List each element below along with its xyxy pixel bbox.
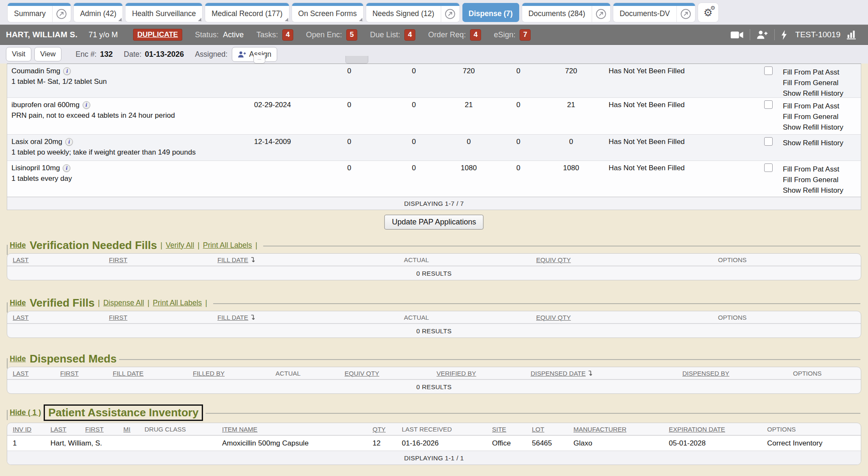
tab-admin[interactable]: Admin (42) (74, 3, 123, 22)
col-equiv-qty[interactable]: EQUIV QTY (531, 314, 712, 321)
row-checkbox[interactable] (764, 163, 773, 172)
view-button[interactable]: View (34, 47, 62, 61)
fill-from-general-link[interactable]: Fill From General (783, 111, 861, 122)
open-new-window-icon[interactable] (676, 3, 695, 22)
qty-col-1: 0 (313, 161, 385, 196)
tab-dispense-label: Dispense (7) (462, 3, 519, 22)
show-refill-history-link[interactable]: Show Refill History (783, 88, 861, 99)
tab-documents-dv[interactable]: Documents-DV (613, 3, 695, 22)
patient-assistance-inventory-section: Hide ( 1 ) Patient Assistance Inventory … (7, 403, 861, 465)
tab-medical-record[interactable]: Medical Record (177) (205, 3, 289, 22)
due-list-count-badge[interactable]: 4 (404, 29, 415, 41)
col-mi[interactable]: MI (118, 426, 139, 433)
open-new-window-icon[interactable] (52, 3, 71, 22)
drug-info-icon[interactable]: i (63, 164, 70, 172)
col-first[interactable]: FIRST (55, 370, 107, 377)
tab-needs-signed[interactable]: Needs Signed (12) (366, 3, 459, 22)
hide-verified-fills-link[interactable]: Hide (10, 299, 26, 307)
tab-on-screen-forms[interactable]: On Screen Forms (292, 3, 363, 22)
duplicate-badge[interactable]: DUPLICATE (133, 29, 182, 41)
open-new-window-icon[interactable] (592, 3, 610, 22)
verified-fills-table: LAST FIRST FILL DATE ACTUAL EQUIV QTY OP… (7, 311, 861, 338)
tab-documents[interactable]: Documents (284) (522, 3, 610, 22)
fill-from-pat-asst-link[interactable]: Fill From Pat Asst (783, 101, 861, 111)
fill-from-general-link[interactable]: Fill From General (783, 174, 861, 185)
chart-stats-icon[interactable] (847, 30, 857, 39)
verification-fills-title: Verification Needed Fills (30, 239, 157, 252)
col-qty[interactable]: QTY (367, 426, 396, 433)
col-item-name[interactable]: ITEM NAME (217, 426, 367, 433)
qty-col-2: 0 (385, 64, 442, 99)
col-lot[interactable]: LOT (526, 426, 568, 433)
verify-all-link[interactable]: Verify All (166, 241, 194, 250)
col-fill-date[interactable]: FILL DATE (212, 314, 398, 321)
assign-person-plus-icon (238, 51, 246, 58)
col-last[interactable]: LAST (45, 426, 80, 433)
verification-fills-results: 0 RESULTS (7, 266, 861, 280)
qty-col-1: 0 (313, 98, 385, 134)
row-checkbox[interactable] (764, 137, 773, 146)
fill-from-pat-asst-link[interactable]: Fill From Pat Asst (783, 67, 861, 77)
print-all-labels-link[interactable]: Print All Labels (203, 241, 252, 250)
esign-count-badge[interactable]: 7 (520, 29, 531, 41)
hide-dispensed-meds-link[interactable]: Hide (10, 354, 26, 363)
correct-inventory-link[interactable]: Correct Inventory (762, 439, 861, 448)
header-rule (263, 246, 860, 246)
col-dispensed-by[interactable]: DISPENSED BY (677, 370, 787, 377)
open-new-window-icon[interactable] (441, 3, 459, 22)
col-fill-date[interactable]: FILL DATE (107, 370, 187, 377)
tab-summary-label: Summary (8, 3, 52, 22)
drug-info-icon[interactable]: i (83, 101, 90, 109)
tab-health-surveillance[interactable]: Health Surveillance (125, 3, 202, 22)
show-refill-history-link[interactable]: Show Refill History (783, 122, 861, 133)
video-visit-icon[interactable] (731, 31, 743, 39)
row-checkbox[interactable] (764, 66, 773, 75)
col-last[interactable]: LAST (7, 370, 55, 377)
fill-from-general-link[interactable]: Fill From General (783, 77, 861, 88)
tab-documents-label: Documents (284) (522, 3, 592, 22)
update-pap-applications-button[interactable]: Update PAP Applications (384, 215, 484, 230)
col-first[interactable]: FIRST (80, 426, 118, 433)
col-equiv-qty[interactable]: EQUIV QTY (531, 256, 712, 263)
col-fill-date[interactable]: FILL DATE (212, 256, 398, 263)
col-inv-id[interactable]: INV ID (7, 426, 45, 433)
qty-col-2: 0 (385, 135, 442, 161)
col-last[interactable]: LAST (7, 256, 103, 263)
drug-info-icon[interactable]: i (63, 67, 71, 75)
col-expiration-date[interactable]: EXPIRATION DATE (663, 426, 762, 433)
tasks-count-badge[interactable]: 4 (282, 29, 293, 41)
print-all-labels-link[interactable]: Print All Labels (153, 299, 202, 307)
qty-col-2: 0 (385, 98, 442, 134)
show-refill-history-link[interactable]: Show Refill History (783, 138, 861, 148)
col-first[interactable]: FIRST (103, 256, 212, 263)
open-enc-count-badge[interactable]: 5 (346, 29, 357, 41)
col-filled-by[interactable]: FILLED BY (187, 370, 270, 377)
tab-bar: Summary Admin (42) Health Surveillance M… (0, 0, 868, 25)
col-last-received: LAST RECEIVED (396, 426, 487, 433)
dispense-all-link[interactable]: Dispense All (103, 299, 144, 307)
order-req-count-badge[interactable]: 4 (470, 29, 481, 41)
col-manufacturer[interactable]: MANUFACTURER (568, 426, 663, 433)
col-equiv-qty[interactable]: EQUIV QTY (339, 370, 431, 377)
verification-needed-fills-header: Hide Verification Needed Fills | Verify … (7, 238, 861, 252)
add-user-icon[interactable] (757, 30, 768, 39)
show-refill-history-link[interactable]: Show Refill History (783, 185, 861, 196)
med-row-ibuprofen: ibuprofen oral 600mg i PRN pain, not to … (7, 98, 861, 135)
hide-verification-fills-link[interactable]: Hide (10, 241, 26, 250)
dispensed-meds-section: Hide Dispensed Meds LAST FIRST FILL DATE… (7, 351, 861, 394)
drug-info-icon[interactable]: i (65, 138, 73, 146)
tab-summary[interactable]: Summary (8, 3, 71, 22)
col-site[interactable]: SITE (487, 426, 526, 433)
col-dispensed-date[interactable]: DISPENSED DATE (525, 370, 677, 377)
qty-col-5: 21 (542, 98, 601, 134)
row-checkbox[interactable] (764, 100, 773, 109)
lightning-bolt-icon[interactable] (781, 30, 787, 40)
hide-inventory-link[interactable]: Hide ( 1 ) (10, 408, 41, 417)
col-verified-by[interactable]: VERIFIED BY (431, 370, 525, 377)
settings-button[interactable]: ⚙ ⚙ (698, 3, 718, 22)
col-last[interactable]: LAST (7, 314, 103, 321)
tab-dispense[interactable]: Dispense (7) (462, 3, 519, 22)
visit-button[interactable]: Visit (6, 47, 31, 61)
col-first[interactable]: FIRST (103, 314, 212, 321)
fill-from-pat-asst-link[interactable]: Fill From Pat Asst (783, 164, 861, 174)
